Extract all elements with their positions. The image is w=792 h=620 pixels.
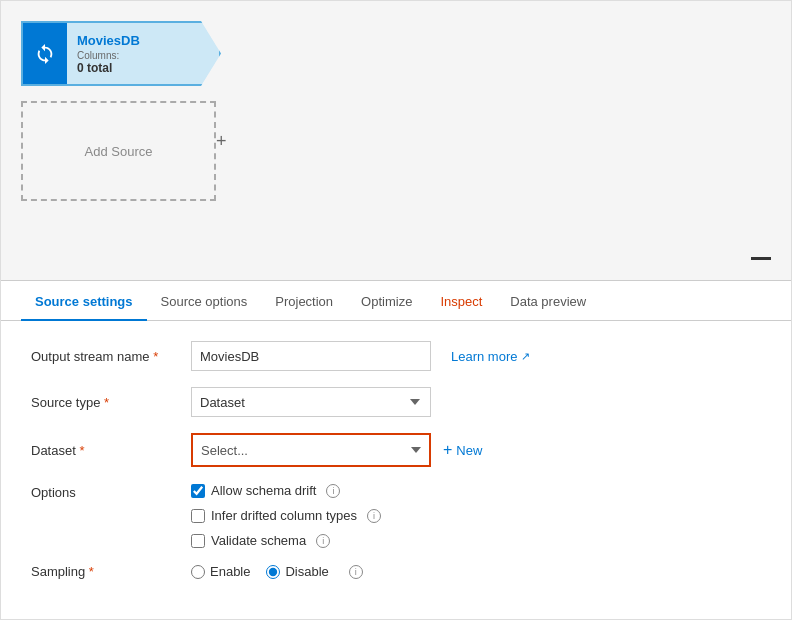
sampling-label: Sampling * [31,564,191,579]
required-star-4: * [89,564,94,579]
plus-connector[interactable]: + [216,130,227,151]
tab-optimize[interactable]: Optimize [347,286,426,321]
required-star-3: * [79,443,84,458]
sampling-disable-option: Disable [266,564,328,579]
allow-schema-drift-info-icon[interactable]: i [326,484,340,498]
new-dataset-button[interactable]: + New [443,441,482,459]
options-row: Options Allow schema drift i Infer drift… [31,483,761,548]
node-count: 0 total [77,61,140,75]
canvas-area: MoviesDB Columns: 0 total + Add Source [1,1,791,281]
tab-source-options[interactable]: Source options [147,286,262,321]
required-star-2: * [104,395,109,410]
allow-schema-drift-checkbox[interactable] [191,484,205,498]
validate-schema-info-icon[interactable]: i [316,534,330,548]
source-type-row: Source type * Dataset Inline [31,387,761,417]
allow-schema-drift-label: Allow schema drift [211,483,316,498]
source-type-label: Source type * [31,395,191,410]
add-source-box[interactable]: Add Source [21,101,216,201]
output-stream-row: Output stream name * Learn more ↗ [31,341,761,371]
infer-drifted-label: Infer drifted column types [211,508,357,523]
sampling-disable-radio[interactable] [266,565,280,579]
source-type-select[interactable]: Dataset Inline [191,387,431,417]
dataset-label: Dataset * [31,443,191,458]
plus-icon: + [443,441,452,459]
external-link-icon: ↗ [521,350,530,363]
sampling-radio-group: Enable Disable i [191,564,363,579]
infer-drifted-info-icon[interactable]: i [367,509,381,523]
infer-drifted-checkbox[interactable] [191,509,205,523]
sampling-row: Sampling * Enable Disable i [31,564,761,579]
sampling-disable-label: Disable [285,564,328,579]
dataset-row: Dataset * Select... + New [31,433,761,467]
options-label: Options [31,483,191,500]
tab-projection[interactable]: Projection [261,286,347,321]
node-subtitle: Columns: [77,50,140,61]
required-star: * [153,349,158,364]
minimize-button[interactable] [751,257,771,260]
form-area: Output stream name * Learn more ↗ Source… [1,321,791,619]
validate-schema-checkbox[interactable] [191,534,205,548]
tab-source-settings[interactable]: Source settings [21,286,147,321]
dataset-select-container: Select... [191,433,431,467]
infer-drifted-row: Infer drifted column types i [191,508,381,523]
learn-more-link[interactable]: Learn more ↗ [451,349,530,364]
allow-schema-drift-row: Allow schema drift i [191,483,381,498]
options-content: Allow schema drift i Infer drifted colum… [191,483,381,548]
main-container: MoviesDB Columns: 0 total + Add Source S… [0,0,792,620]
pipeline-node[interactable]: MoviesDB Columns: 0 total [21,21,221,86]
output-stream-input[interactable] [191,341,431,371]
dataset-wrapper: Select... + New [191,433,482,467]
tab-inspect[interactable]: Inspect [426,286,496,321]
sampling-info-icon[interactable]: i [349,565,363,579]
sampling-enable-radio[interactable] [191,565,205,579]
sampling-enable-option: Enable [191,564,250,579]
validate-schema-label: Validate schema [211,533,306,548]
tabs-bar: Source settings Source options Projectio… [1,281,791,321]
node-icon [23,23,67,84]
node-content: MoviesDB Columns: 0 total [67,23,150,84]
validate-schema-row: Validate schema i [191,533,381,548]
tab-data-preview[interactable]: Data preview [496,286,600,321]
output-stream-label: Output stream name * [31,349,191,364]
sampling-enable-label: Enable [210,564,250,579]
add-source-label: Add Source [85,144,153,159]
node-title: MoviesDB [77,33,140,48]
dataset-select[interactable]: Select... [193,435,429,465]
